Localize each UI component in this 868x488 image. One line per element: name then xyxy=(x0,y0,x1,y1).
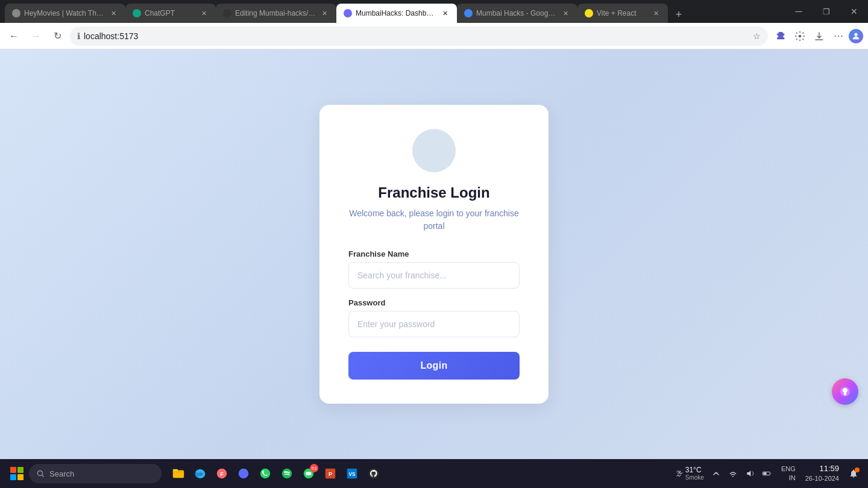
tray-expand-button[interactable] xyxy=(709,466,723,481)
file-explorer-icon xyxy=(172,467,185,480)
svg-rect-22 xyxy=(770,473,770,474)
locale-region: IN xyxy=(781,474,796,483)
window-restore-button[interactable]: ❐ xyxy=(813,2,840,20)
tab-title: Mumbai Hacks - Google ... xyxy=(476,9,557,17)
tab-favicon xyxy=(464,9,473,17)
taskbar-app-2[interactable] xyxy=(234,464,253,483)
forward-button[interactable]: → xyxy=(27,27,45,45)
window-close-button[interactable]: ✕ xyxy=(840,2,868,20)
nav-actions: ⋯ xyxy=(772,27,863,45)
tab-close-button[interactable]: ✕ xyxy=(199,8,209,18)
tab-github[interactable]: Editing Mumbai-hacks/R... ✕ xyxy=(216,4,336,23)
svg-point-11 xyxy=(260,469,271,479)
back-button[interactable]: ← xyxy=(5,27,23,45)
franchise-name-input[interactable] xyxy=(348,262,520,289)
taskbar: Search xyxy=(0,459,868,488)
taskbar-app-vscode[interactable]: VS xyxy=(342,464,362,483)
taskbar-app-edge[interactable] xyxy=(190,464,210,483)
taskbar-app-fileexplorer[interactable] xyxy=(169,464,188,483)
taskbar-app-messages[interactable]: 53 xyxy=(299,464,318,483)
app-icon-1: F xyxy=(215,467,228,480)
tab-title: ChatGPT xyxy=(145,9,195,17)
tab-vite-react[interactable]: Vite + React ✕ xyxy=(577,4,668,23)
more-menu-button[interactable]: ⋯ xyxy=(829,27,848,45)
locale-text[interactable]: ENG IN xyxy=(779,465,798,483)
password-label: Password xyxy=(348,298,520,307)
svg-text:VS: VS xyxy=(348,472,356,477)
start-button[interactable] xyxy=(7,464,27,483)
tab-mumbai-google[interactable]: Mumbai Hacks - Google ... ✕ xyxy=(457,4,577,23)
taskbar-pinned-apps: F xyxy=(169,464,383,483)
settings-icon xyxy=(794,31,805,42)
tab-heymovies[interactable]: HeyMovies | Watch The H... ✕ xyxy=(5,4,125,23)
extension-button-1[interactable] xyxy=(772,27,790,45)
taskbar-app-powerpoint[interactable]: P xyxy=(321,464,340,483)
svg-point-1 xyxy=(854,33,857,36)
spotify-icon xyxy=(280,467,294,480)
svg-point-10 xyxy=(239,469,249,479)
new-tab-button[interactable]: + xyxy=(670,6,687,23)
tab-favicon xyxy=(344,9,352,17)
notification-dot xyxy=(855,468,860,472)
ai-brain-icon xyxy=(838,384,852,399)
url-text: localhost:5173 xyxy=(84,31,749,41)
window-minimize-button[interactable]: ─ xyxy=(785,2,813,20)
weather-icon: 🌫 xyxy=(676,469,683,478)
bookmark-icon[interactable]: ☆ xyxy=(753,31,761,41)
tray-icons xyxy=(709,466,774,481)
taskbar-app-whatsapp[interactable] xyxy=(256,464,275,483)
taskbar-app-spotify[interactable] xyxy=(277,464,297,483)
svg-rect-14 xyxy=(306,472,311,475)
franchise-name-label: Franchise Name xyxy=(348,249,520,258)
notification-badge: 53 xyxy=(310,464,318,472)
date-display: 26-10-2024 xyxy=(805,474,839,483)
clock-widget[interactable]: 11:59 26-10-2024 xyxy=(803,463,841,484)
address-bar[interactable]: ℹ localhost:5173 ☆ xyxy=(70,27,768,46)
github-icon xyxy=(367,467,380,480)
notification-center-button[interactable] xyxy=(846,466,861,481)
browser-window: HeyMovies | Watch The H... ✕ ChatGPT ✕ E… xyxy=(0,0,868,488)
ai-assistant-bubble[interactable] xyxy=(832,378,858,405)
tab-favicon xyxy=(133,9,141,17)
tab-mumbaihacks-active[interactable]: MumbaiHacks: Dashboard... ✕ xyxy=(336,4,457,23)
weather-widget[interactable]: 🌫 31°C Smoke xyxy=(676,466,704,481)
tab-chatgpt[interactable]: ChatGPT ✕ xyxy=(125,4,216,23)
tab-close-button[interactable]: ✕ xyxy=(319,8,329,18)
taskbar-search[interactable]: Search xyxy=(29,464,162,483)
profile-icon xyxy=(851,31,861,41)
taskbar-app-1[interactable]: F xyxy=(212,464,231,483)
info-icon: ℹ xyxy=(77,31,80,41)
svg-rect-5 xyxy=(173,471,184,478)
download-icon xyxy=(814,31,825,42)
svg-point-20 xyxy=(732,476,734,477)
login-button[interactable]: Login xyxy=(348,352,520,380)
svg-rect-6 xyxy=(173,469,178,472)
search-icon xyxy=(36,469,45,478)
tab-favicon xyxy=(12,9,20,17)
tab-close-button[interactable]: ✕ xyxy=(108,8,118,18)
page-content: Franchise Login Welcome back, please log… xyxy=(0,49,868,459)
tab-favicon xyxy=(223,9,231,17)
login-subtitle: Welcome back, please login to your franc… xyxy=(348,207,520,233)
chevron-up-icon xyxy=(712,470,720,477)
settings-button[interactable] xyxy=(791,27,809,45)
svg-rect-3 xyxy=(844,394,846,395)
forward-icon: → xyxy=(31,31,40,42)
battery-icon[interactable] xyxy=(760,466,774,481)
tab-title: Editing Mumbai-hacks/R... xyxy=(235,9,316,17)
taskbar-app-github[interactable] xyxy=(364,464,383,483)
download-button[interactable] xyxy=(810,27,828,45)
password-input[interactable] xyxy=(348,311,520,337)
time-display: 11:59 xyxy=(805,463,839,474)
battery-indicator-icon xyxy=(762,469,772,478)
tab-close-button[interactable]: ✕ xyxy=(440,8,450,18)
speaker-icon xyxy=(745,469,755,478)
profile-avatar[interactable] xyxy=(849,29,863,43)
tab-close-button[interactable]: ✕ xyxy=(561,8,570,18)
locale-language: ENG xyxy=(781,465,796,474)
volume-icon[interactable] xyxy=(743,466,757,481)
network-icon[interactable] xyxy=(726,466,740,481)
navigation-bar: ← → ↻ ℹ localhost:5173 ☆ ⋯ xyxy=(0,23,868,49)
tab-close-button[interactable]: ✕ xyxy=(651,8,661,18)
refresh-button[interactable]: ↻ xyxy=(48,27,66,45)
